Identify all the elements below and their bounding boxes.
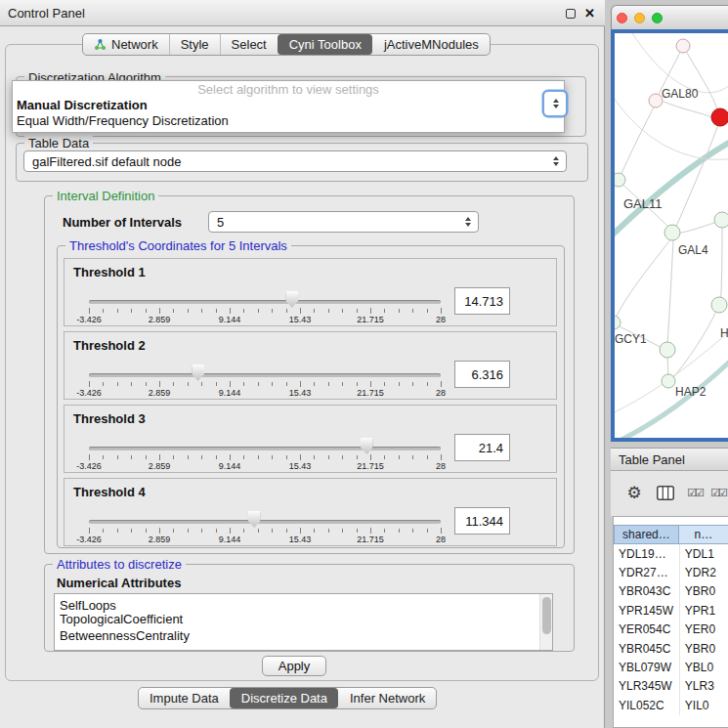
table-panel-header[interactable]: Table Panel (611, 448, 728, 471)
cell[interactable]: YDL19… (614, 547, 679, 561)
cell[interactable]: YBR043C (614, 584, 679, 598)
tab-jactivemnodules[interactable]: jActiveMNodules (372, 34, 490, 55)
threshold-slider[interactable]: -3.4262.8599.14415.4321.71528 (89, 479, 441, 547)
slider-track[interactable] (89, 300, 441, 304)
table-row[interactable]: YLR345WYLR3 (614, 677, 728, 696)
control-panel-titlebar[interactable]: Control Panel ✕ (0, 0, 605, 26)
threshold-slider[interactable]: -3.4262.8599.14415.4321.71528 (89, 406, 441, 474)
cell[interactable]: YPR1 (679, 601, 728, 620)
slider-tick (412, 455, 413, 459)
cell[interactable]: YER054C (614, 622, 679, 636)
slider-thumb[interactable] (248, 511, 261, 528)
tab-style[interactable]: Style (169, 34, 220, 55)
close-icon[interactable]: ✕ (584, 7, 595, 20)
tab-select[interactable]: Select (220, 34, 278, 55)
network-node[interactable] (714, 212, 728, 228)
minimize-traffic-light-icon[interactable] (634, 13, 645, 23)
slider-track[interactable] (89, 447, 441, 450)
slider-tick (159, 381, 160, 387)
threshold-slider[interactable]: -3.4262.8599.14415.4321.71528 (89, 259, 441, 327)
dropdown-option-manual-discretization[interactable]: Manual Discretization (13, 98, 564, 113)
network-canvas[interactable]: GAL80 GAL11 GAL4 GCY1 HAP2 H (615, 33, 728, 438)
threshold-value-field[interactable]: 11.344 (454, 507, 510, 535)
slider-thumb[interactable] (361, 438, 373, 454)
threshold-value-field[interactable]: 14.713 (454, 287, 510, 315)
zoom-traffic-light-icon[interactable] (652, 13, 663, 23)
cell[interactable]: YBL0 (679, 658, 728, 676)
cell[interactable]: YLR3 (679, 677, 728, 696)
tab-discretize-data[interactable]: Discretize Data (230, 688, 338, 708)
threshold-4-panel: Threshold 4 -3.4262.8599.14415.4321.7152… (64, 478, 557, 546)
threshold-slider[interactable]: -3.4262.8599.14415.4321.71528 (89, 332, 441, 401)
cell[interactable]: YBL079W (614, 661, 679, 674)
tab-impute-data[interactable]: Impute Data (139, 688, 230, 708)
select-columns-icon[interactable]: ☑☑ (684, 481, 706, 504)
tab-network[interactable]: Network (83, 34, 169, 55)
dropdown-option-equal-width-frequency[interactable]: Equal Width/Frequency Discretization (13, 113, 564, 129)
threshold-3-panel: Threshold 3 -3.4262.8599.14415.4321.7152… (64, 405, 557, 473)
cell[interactable]: YLR345W (614, 679, 679, 693)
list-item[interactable]: SelfLoops (55, 594, 552, 611)
float-window-icon[interactable] (566, 9, 576, 19)
slider-thumb[interactable] (285, 291, 298, 308)
table-row[interactable]: YPR145WYPR1 (614, 601, 728, 620)
table-row[interactable]: YDL19…YDL1 (614, 544, 728, 563)
algorithm-combo-stepper[interactable] (544, 92, 566, 115)
threshold-value-field[interactable]: 6.316 (454, 361, 510, 388)
columns-icon[interactable] (655, 481, 676, 504)
network-node-gal11[interactable] (615, 173, 625, 187)
cell[interactable]: YBR045C (614, 642, 679, 656)
network-node-gcy1[interactable] (615, 316, 621, 329)
cell[interactable]: YER0 (679, 621, 728, 639)
column-header-shared-name[interactable]: shared… (614, 525, 679, 544)
table-row[interactable]: YIL052CYIL0 (614, 696, 728, 714)
table-row[interactable]: YBR043CYBR0 (614, 582, 728, 601)
table-row[interactable]: YER054CYER0 (614, 621, 728, 639)
network-node-selected-red[interactable] (711, 108, 728, 126)
table-data-combo-value: galFiltered.sif default node (32, 154, 181, 169)
scale-label: 2.859 (149, 535, 171, 544)
table-data-combo[interactable]: galFiltered.sif default node (23, 150, 567, 172)
list-scrollbar[interactable] (539, 594, 552, 650)
table-row[interactable]: YDR27…YDR2 (614, 563, 728, 581)
threshold-value-field[interactable]: 21.4 (454, 434, 510, 461)
cell[interactable]: YIL0 (679, 696, 728, 714)
network-node[interactable] (676, 39, 690, 53)
number-of-intervals-combo[interactable]: 5 (208, 211, 479, 233)
apply-button[interactable]: Apply (262, 656, 326, 676)
tab-cyni-toolbox[interactable]: Cyni Toolbox (278, 34, 372, 55)
numerical-attributes-list[interactable]: SelfLoops TopologicalCoefficient Between… (54, 593, 553, 651)
table-row[interactable]: YBL079WYBL0 (614, 658, 728, 676)
column-header-name[interactable]: n… (679, 525, 728, 544)
slider-thumb[interactable] (192, 364, 204, 381)
slider-tick (314, 309, 315, 313)
list-item[interactable]: BetweennessCentrality (55, 627, 552, 644)
close-traffic-light-icon[interactable] (617, 13, 627, 23)
scrollbar-thumb[interactable] (542, 597, 551, 634)
tab-label: Style (181, 37, 209, 52)
tab-infer-network[interactable]: Infer Network (338, 688, 436, 708)
gear-icon[interactable]: ⚙ (623, 481, 645, 504)
cell[interactable]: YIL052C (614, 699, 679, 712)
network-node-gal4[interactable] (664, 225, 680, 240)
cell[interactable]: YDR27… (614, 566, 679, 579)
slider-track[interactable] (89, 373, 441, 377)
network-node-hap2[interactable] (662, 374, 675, 388)
slider-track[interactable] (89, 520, 441, 524)
select-rows-icon[interactable]: ☑☑ (707, 481, 728, 504)
cell[interactable]: YDL1 (679, 544, 728, 563)
cell[interactable]: YDR2 (679, 563, 728, 581)
network-node[interactable] (711, 297, 727, 313)
table-row[interactable]: YBR045CYBR0 (614, 639, 728, 658)
cell[interactable]: YBR0 (679, 582, 728, 601)
slider-tick (159, 308, 160, 314)
cell[interactable]: YBR0 (679, 639, 728, 658)
slider-tick (412, 309, 413, 313)
network-node[interactable] (660, 342, 675, 358)
network-node-gal80[interactable] (649, 94, 663, 107)
cell[interactable]: YPR145W (614, 604, 679, 618)
list-item[interactable]: TopologicalCoefficient (55, 611, 552, 627)
node-label-partial: H (720, 326, 728, 340)
network-window-titlebar[interactable] (611, 5, 728, 29)
slider-tick (300, 528, 301, 534)
